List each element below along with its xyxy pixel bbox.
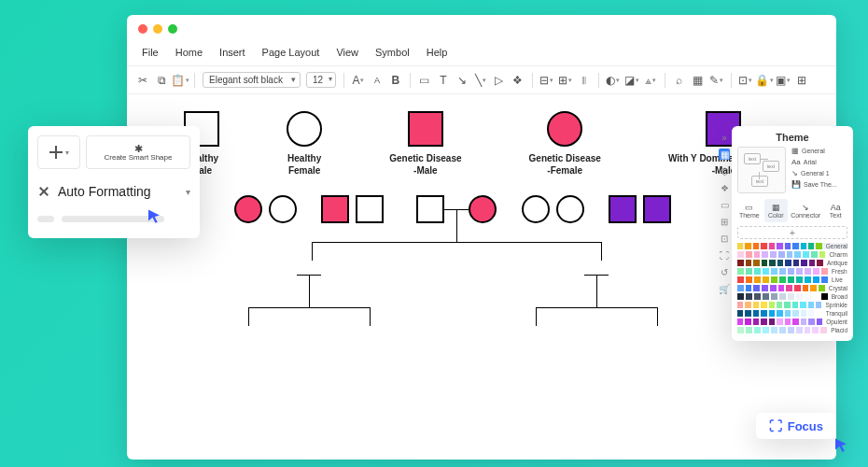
distribute-icon[interactable]: ⫴ <box>578 74 591 87</box>
highlight-icon[interactable]: ✎ <box>710 74 723 87</box>
toolbar: ✂ ⧉ 📋 Elegant soft black 12 A A B ▭ T ↘ … <box>127 66 836 94</box>
g1-female[interactable] <box>469 195 497 223</box>
history-icon[interactable]: ↺ <box>719 266 730 277</box>
g1-male[interactable] <box>416 195 444 223</box>
maximize-icon[interactable]: ⛶ <box>719 249 730 261</box>
palette-sprinkle[interactable]: Sprinkle <box>737 302 847 308</box>
menu-symbol[interactable]: Symbol <box>375 47 410 58</box>
palette-crystal[interactable]: Crystal <box>737 285 847 291</box>
theme-title: Theme <box>737 132 847 143</box>
align-v-icon[interactable]: ⊞ <box>559 74 572 87</box>
rect-icon[interactable]: ▭ <box>418 74 431 87</box>
create-smart-shape-button[interactable]: ✱Create Smart Shape <box>86 135 190 169</box>
cart-icon[interactable]: 🛒 <box>719 283 730 294</box>
font-select[interactable]: Elegant soft black <box>203 72 301 88</box>
cut-icon[interactable]: ✂ <box>136 74 149 87</box>
search-icon[interactable]: ⌕ <box>673 74 686 87</box>
theme-tabs: ▭Theme ▦Color ↘Connector AaText <box>737 199 847 222</box>
menu-help[interactable]: Help <box>427 47 448 58</box>
legend: Healthy Male Healthy Female Genetic Dise… <box>155 111 808 177</box>
cursor-icon <box>146 208 162 225</box>
collapse-icon[interactable]: » <box>719 132 730 143</box>
theme-general1[interactable]: ↘General 1 <box>791 169 847 177</box>
theme-font[interactable]: AaArial <box>791 158 847 166</box>
auto-formatting-button[interactable]: Auto Formatting <box>37 178 190 205</box>
palette-general[interactable]: General <box>737 243 847 249</box>
g3-2[interactable] <box>356 195 384 223</box>
tab-connector[interactable]: ↘Connector <box>791 199 820 222</box>
line-icon[interactable]: ╲ <box>474 74 487 87</box>
g2l-male[interactable] <box>321 195 349 223</box>
palette-broad[interactable]: Broad <box>737 293 847 300</box>
cursor-icon <box>833 437 849 454</box>
fill-icon[interactable]: ◐ <box>607 74 620 87</box>
more-icon[interactable]: ⊞ <box>795 74 808 87</box>
g2l-female[interactable] <box>269 195 297 223</box>
legend-healthy-female: Healthy Female <box>287 111 322 177</box>
g2r-female[interactable] <box>556 195 584 223</box>
table-icon[interactable]: ⊞ <box>719 216 730 227</box>
g2r-male[interactable] <box>609 195 637 223</box>
add-palette-button[interactable]: + <box>737 226 847 239</box>
focus-icon: ⛶ <box>769 418 782 433</box>
grid-tool-icon[interactable]: ▦ <box>719 149 730 160</box>
palette-tranquil[interactable]: Tranquil <box>737 310 847 317</box>
menubar: File Home Insert Page Layout View Symbol… <box>127 43 836 66</box>
hex-icon[interactable]: ⬡ <box>719 165 730 177</box>
max-dot[interactable] <box>168 24 177 34</box>
bold-icon[interactable]: B <box>389 74 402 87</box>
font-increase-icon[interactable]: A <box>352 74 365 87</box>
legend-disease-female: Genetic Disease -Female <box>529 111 601 177</box>
theme-panel: » ▦ ⬡ ❖ ▭ ⊞ ⊡ ⛶ ↺ 🛒 Theme text text text… <box>732 126 853 341</box>
font-size[interactable]: 12 <box>306 72 336 88</box>
paste-icon[interactable]: 📋 <box>174 74 187 87</box>
palette-live[interactable]: Live <box>737 276 847 283</box>
arrange-icon[interactable]: ▣ <box>777 74 790 87</box>
close-dot[interactable] <box>138 24 147 34</box>
connector-icon[interactable]: ↘ <box>455 74 469 87</box>
auto-formatting-panel: ✱Create Smart Shape Auto Formatting <box>28 126 200 238</box>
font-decrease-icon[interactable]: A <box>371 74 384 87</box>
theme-preview[interactable]: text text text <box>737 147 786 193</box>
ruler-icon[interactable]: ⊡ <box>719 233 730 244</box>
palette-charm[interactable]: Charm <box>737 251 847 258</box>
group-icon[interactable]: ⊡ <box>739 74 752 87</box>
palette-opulent[interactable]: Opulent <box>737 318 847 325</box>
focus-button[interactable]: ⛶ Focus <box>756 413 836 439</box>
copy-icon[interactable]: ⧉ <box>155 74 168 87</box>
g3-1[interactable] <box>234 195 262 223</box>
palette-fresh[interactable]: Fresh <box>737 268 847 275</box>
pointer-icon[interactable]: ▷ <box>493 74 506 87</box>
tab-text[interactable]: AaText <box>823 199 847 222</box>
lock-icon[interactable]: 🔒 <box>758 74 771 87</box>
theme-side-list: ▦General AaArial ↘General 1 💾Save The... <box>791 147 847 193</box>
sparkle-button[interactable] <box>37 135 80 169</box>
grid-icon[interactable]: ▦ <box>692 74 705 87</box>
g3-3[interactable] <box>522 195 550 223</box>
right-sidebar-icons: » ▦ ⬡ ❖ ▭ ⊞ ⊡ ⛶ ↺ 🛒 <box>717 126 732 294</box>
page-icon[interactable]: ▭ <box>719 199 730 210</box>
tab-color[interactable]: ▦Color <box>764 199 789 222</box>
menu-file[interactable]: File <box>142 47 159 58</box>
tab-theme[interactable]: ▭Theme <box>737 199 762 222</box>
menu-view[interactable]: View <box>336 47 358 58</box>
align-h-icon[interactable]: ⊟ <box>540 74 553 87</box>
color-palettes: GeneralCharmAntiqueFreshLiveCrystalBroad… <box>737 243 847 333</box>
menu-insert[interactable]: Insert <box>219 47 245 58</box>
legend-disease-male: Genetic Disease -Male <box>389 111 461 177</box>
layers-tool-icon[interactable]: ❖ <box>719 182 730 193</box>
menu-pagelayout[interactable]: Page Layout <box>262 47 320 58</box>
pedigree-tree <box>155 195 808 410</box>
window-controls <box>127 15 836 43</box>
crop-icon[interactable]: ⟁ <box>644 74 657 87</box>
layers-icon[interactable]: ❖ <box>511 74 525 87</box>
theme-general[interactable]: ▦General <box>791 147 847 155</box>
palette-placid[interactable]: Placid <box>737 327 847 333</box>
theme-save[interactable]: 💾Save The... <box>791 180 847 189</box>
palette-antique[interactable]: Antique <box>737 260 847 266</box>
text-icon[interactable]: T <box>437 74 450 87</box>
g3-4[interactable] <box>643 195 671 223</box>
shadow-icon[interactable]: ◪ <box>625 74 638 87</box>
menu-home[interactable]: Home <box>175 47 203 58</box>
min-dot[interactable] <box>153 24 162 34</box>
